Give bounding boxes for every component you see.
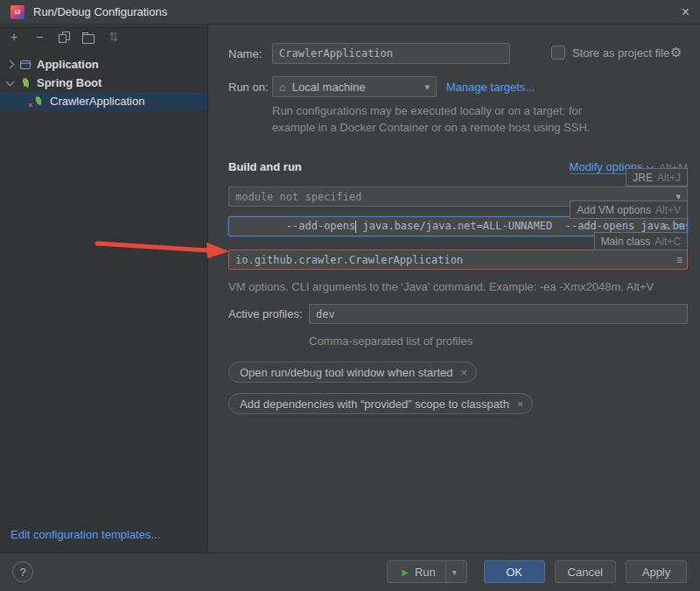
main-class-hint-shortcut: Alt+C xyxy=(654,236,681,248)
run-button[interactable]: ▶ Run ▾ xyxy=(387,560,467,583)
store-as-project-file-checkbox[interactable] xyxy=(551,46,565,60)
jre-hint-shortcut: Alt+J xyxy=(657,172,681,184)
chip-label: Open run/debug tool window when started xyxy=(240,366,453,379)
run-on-select[interactable]: ⌂ Local machine ▾ xyxy=(272,76,437,97)
application-type-icon xyxy=(18,58,32,71)
configurations-tree: Application Spring Boot × CrawlerApplica… xyxy=(0,55,207,110)
sidebar-toolbar: + − ⇅ xyxy=(0,25,207,48)
apply-button[interactable]: Apply xyxy=(626,560,687,583)
browse-main-class-icon[interactable]: ≡ xyxy=(676,255,682,265)
configurations-sidebar: + − ⇅ Application Spring Boot xyxy=(0,25,208,553)
tree-item-crawler-application[interactable]: × CrawlerApplication xyxy=(0,92,207,110)
chip-add-provided-dependencies: Add dependencies with “provided” scope t… xyxy=(228,393,533,414)
add-vm-options-shortcut: Alt+V xyxy=(655,204,681,216)
footer-buttons: ▶ Run ▾ OK Cancel Apply xyxy=(387,560,687,583)
expand-editor-icon[interactable]: ↗ xyxy=(674,222,682,232)
active-profiles-value: dev xyxy=(316,308,335,320)
chevron-right-icon[interactable] xyxy=(6,60,15,69)
spring-boot-config-icon: × xyxy=(32,95,45,108)
create-folder-button[interactable] xyxy=(82,34,94,44)
configuration-form: Name: CrawlerApplication Store as projec… xyxy=(208,25,700,553)
jre-menu-item[interactable]: JRE Alt+J xyxy=(626,168,688,186)
chip-close-icon[interactable]: × xyxy=(517,398,524,411)
module-value: module not specified xyxy=(235,191,362,203)
close-icon[interactable]: × xyxy=(682,5,690,19)
main-class-hint-label: Main class xyxy=(601,236,651,248)
remove-configuration-button[interactable]: − xyxy=(33,31,46,43)
config-error-badge: × xyxy=(28,102,32,109)
run-dropdown-arrow-icon[interactable]: ▾ xyxy=(446,567,463,577)
tree-item-application[interactable]: Application xyxy=(0,55,207,74)
chip-open-run-tool-window: Open run/debug tool window when started … xyxy=(228,362,477,383)
copy-configuration-button[interactable] xyxy=(59,32,69,43)
active-profiles-label: Active profiles: xyxy=(228,307,303,320)
chip-label: Add dependencies with “provided” scope t… xyxy=(240,398,509,411)
run-debug-configurations-dialog: IJ Run/Debug Configurations × + − ⇅ Appl… xyxy=(0,0,700,591)
store-as-project-file-label: Store as project file xyxy=(572,46,669,60)
build-and-run-heading: Build and run xyxy=(228,160,302,173)
tree-item-label: Application xyxy=(37,58,99,71)
gear-icon[interactable]: ⚙ xyxy=(670,45,682,60)
name-label: Name: xyxy=(228,47,262,60)
expand-list-icon[interactable]: ≡ xyxy=(662,222,668,232)
jre-hint-label: JRE xyxy=(633,172,653,184)
cancel-button[interactable]: Cancel xyxy=(555,560,616,583)
add-vm-options-menu-item[interactable]: Add VM options Alt+V xyxy=(570,201,688,219)
run-on-label: Run on: xyxy=(228,81,269,94)
main-class-input[interactable]: io.github.crawler.CrawlerApplication ≡ xyxy=(228,250,688,270)
name-value: CrawlerApplication xyxy=(279,47,393,60)
run-on-value: Local machine xyxy=(292,81,366,94)
main-class-value: io.github.crawler.CrawlerApplication xyxy=(235,254,463,266)
dropdown-arrow-icon: ▾ xyxy=(424,81,430,93)
play-icon: ▶ xyxy=(402,567,409,577)
active-profiles-input[interactable]: dev xyxy=(309,304,688,324)
add-configuration-button[interactable]: + xyxy=(8,31,20,43)
spring-boot-type-icon xyxy=(18,76,32,89)
chevron-down-icon[interactable] xyxy=(6,77,15,86)
edit-configuration-templates-link[interactable]: Edit configuration templates... xyxy=(10,528,160,541)
manage-targets-link[interactable]: Manage targets... xyxy=(446,81,535,94)
window-title: Run/Debug Configurations xyxy=(33,5,167,18)
run-button-label: Run xyxy=(415,566,436,579)
tree-item-label: CrawlerApplication xyxy=(50,95,144,108)
intellij-logo-icon: IJ xyxy=(10,5,24,19)
tree-item-label: Spring Boot xyxy=(37,76,102,89)
dialog-footer: ? ▶ Run ▾ OK Cancel Apply xyxy=(0,552,700,591)
name-input[interactable]: CrawlerApplication xyxy=(272,43,510,64)
title-bar: IJ Run/Debug Configurations × xyxy=(0,0,700,25)
vm-options-help-text: VM options. CLI arguments to the ‘Java’ … xyxy=(228,278,654,295)
sort-configurations-button[interactable]: ⇅ xyxy=(108,31,120,43)
add-vm-options-label: Add VM options xyxy=(577,204,651,216)
tree-item-spring-boot[interactable]: Spring Boot xyxy=(0,74,207,92)
ok-button[interactable]: OK xyxy=(484,560,545,583)
chip-close-icon[interactable]: × xyxy=(461,366,468,379)
help-button[interactable]: ? xyxy=(12,561,33,582)
house-icon: ⌂ xyxy=(279,81,286,94)
main-class-menu-item[interactable]: Main class Alt+C xyxy=(594,232,688,250)
run-on-help-text: Run configurations may be executed local… xyxy=(272,102,590,136)
active-profiles-help-text: Comma-separated list of profiles xyxy=(309,333,472,349)
